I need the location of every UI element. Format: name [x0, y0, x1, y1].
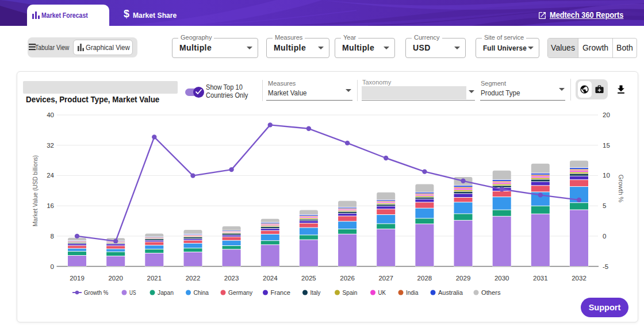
svg-text:0: 0: [51, 263, 54, 270]
svg-text:2028: 2028: [417, 275, 432, 282]
svg-text:2032: 2032: [572, 275, 586, 282]
svg-text:India: India: [406, 289, 419, 296]
svg-text:Australia: Australia: [438, 289, 463, 296]
svg-text:-5: -5: [603, 263, 608, 270]
svg-text:32: 32: [47, 142, 54, 149]
svg-text:Growth %: Growth %: [84, 289, 108, 296]
svg-text:Japan: Japan: [158, 289, 174, 296]
svg-text:24: 24: [47, 172, 54, 179]
svg-text:France: France: [271, 289, 290, 296]
svg-text:Italy: Italy: [310, 289, 321, 296]
svg-text:2026: 2026: [340, 275, 355, 282]
svg-text:Germany: Germany: [228, 289, 252, 296]
svg-text:UK: UK: [378, 289, 386, 296]
svg-text:2029: 2029: [456, 275, 471, 282]
svg-text:2020: 2020: [108, 275, 123, 282]
svg-text:2025: 2025: [301, 275, 316, 282]
svg-text:2027: 2027: [378, 275, 393, 282]
svg-text:15: 15: [603, 142, 610, 149]
svg-text:Market Value (USD billions): Market Value (USD billions): [32, 155, 39, 226]
svg-text:US: US: [129, 289, 136, 296]
svg-text:0: 0: [603, 233, 606, 240]
svg-text:16: 16: [47, 202, 54, 209]
svg-text:5: 5: [603, 202, 606, 209]
svg-text:10: 10: [603, 172, 610, 179]
svg-text:20: 20: [603, 111, 610, 118]
svg-text:2023: 2023: [224, 275, 239, 282]
svg-text:China: China: [194, 289, 209, 296]
svg-text:Spain: Spain: [343, 289, 358, 296]
svg-text:Growth %: Growth %: [618, 175, 624, 203]
svg-text:2021: 2021: [147, 275, 162, 282]
svg-text:2030: 2030: [494, 275, 509, 282]
svg-text:Others: Others: [481, 289, 501, 296]
svg-text:8: 8: [51, 233, 54, 240]
svg-text:2019: 2019: [70, 275, 85, 282]
svg-text:2031: 2031: [533, 275, 548, 282]
svg-text:40: 40: [47, 111, 54, 118]
svg-text:2022: 2022: [186, 275, 201, 282]
svg-text:2024: 2024: [263, 275, 278, 282]
